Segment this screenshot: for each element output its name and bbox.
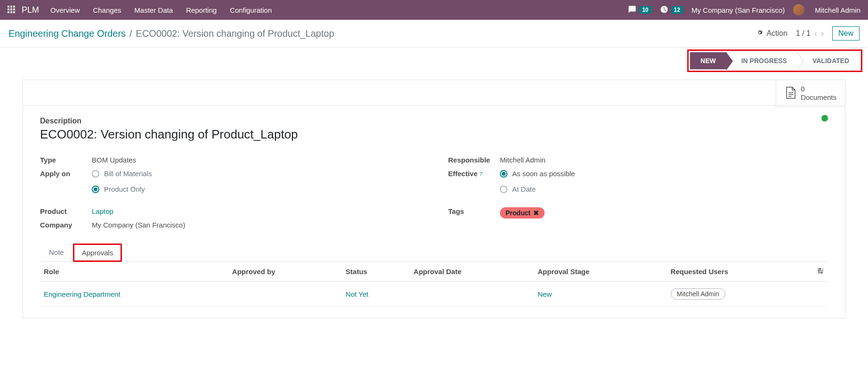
responsible-label: Responsible bbox=[448, 156, 500, 164]
effective-asap-label: As soon as possible bbox=[512, 170, 575, 178]
description-value: ECO0002: Version changing of Product_Lap… bbox=[40, 127, 828, 142]
tags-value: Product ✖ bbox=[500, 207, 545, 219]
clock-icon bbox=[660, 5, 668, 15]
help-icon[interactable]: ? bbox=[480, 171, 482, 177]
tag-remove-icon[interactable]: ✖ bbox=[533, 209, 539, 217]
statusbar: NEW IN PROGRESS VALIDATED bbox=[690, 52, 860, 70]
field-col-left: Type BOM Updates Apply on Bill of Materi… bbox=[40, 153, 420, 232]
th-approval-date: Approval Date bbox=[410, 262, 534, 282]
user-menu[interactable]: Mitchell Admin bbox=[815, 6, 860, 14]
breadcrumb-row: Engineering Change Orders / ECO0002: Ver… bbox=[0, 20, 868, 48]
radio-icon bbox=[500, 186, 507, 193]
cell-role[interactable]: Engineering Department bbox=[40, 282, 228, 307]
apply-on-bom-label: Bill of Materials bbox=[104, 170, 152, 178]
company-label: Company bbox=[40, 221, 92, 229]
th-approved-by: Approved by bbox=[228, 262, 342, 282]
documents-count: 0 bbox=[801, 85, 836, 93]
nav-overview[interactable]: Overview bbox=[50, 6, 80, 14]
th-settings[interactable] bbox=[813, 262, 828, 282]
effective-at-date[interactable]: At Date bbox=[500, 185, 575, 193]
action-menu[interactable]: Action bbox=[756, 29, 787, 38]
tag-product[interactable]: Product ✖ bbox=[500, 207, 545, 219]
nav-configuration[interactable]: Configuration bbox=[230, 6, 272, 14]
pager-prev[interactable]: ‹ bbox=[814, 29, 817, 39]
pager-text: 1 / 1 bbox=[796, 29, 811, 38]
table-row[interactable]: Engineering Department Not Yet New Mitch… bbox=[40, 282, 828, 307]
pager-next[interactable]: › bbox=[821, 29, 824, 39]
avatar[interactable] bbox=[793, 4, 804, 16]
app-name[interactable]: PLM bbox=[22, 5, 39, 15]
form-sheet: 0 Documents Description ECO0002: Version… bbox=[23, 80, 845, 318]
statusbar-highlight: NEW IN PROGRESS VALIDATED bbox=[687, 49, 862, 72]
field-effective: Effective ? As soon as possible At Date bbox=[448, 167, 828, 196]
field-grid: Type BOM Updates Apply on Bill of Materi… bbox=[40, 153, 828, 232]
tags-label: Tags bbox=[448, 207, 500, 215]
stage-in-progress[interactable]: IN PROGRESS bbox=[726, 52, 797, 69]
tabs: Note Approvals bbox=[40, 243, 828, 262]
approvals-table: Role Approved by Status Approval Date Ap… bbox=[40, 262, 828, 307]
breadcrumb-current: ECO0002: Version changing of Product_Lap… bbox=[136, 28, 334, 39]
settings-icon bbox=[817, 268, 824, 276]
company-value: My Company (San Francisco) bbox=[92, 221, 185, 229]
documents-button[interactable]: 0 Documents bbox=[776, 80, 845, 107]
nav-items: Overview Changes Master Data Reporting C… bbox=[50, 6, 628, 14]
type-label: Type bbox=[40, 156, 92, 164]
new-button[interactable]: New bbox=[832, 26, 860, 41]
nav-changes[interactable]: Changes bbox=[93, 6, 121, 14]
field-tags: Tags Product ✖ bbox=[448, 204, 828, 221]
th-role: Role bbox=[40, 262, 228, 282]
cell-requested-users: Mitchell Admin bbox=[667, 282, 813, 307]
effective-at-date-label: At Date bbox=[512, 185, 536, 193]
apply-on-product-only-label: Product Only bbox=[104, 185, 145, 193]
sheet-divider bbox=[23, 80, 845, 106]
stage-new[interactable]: NEW bbox=[690, 52, 726, 69]
sheet-body: Description ECO0002: Version changing of… bbox=[23, 106, 845, 318]
breadcrumb-parent[interactable]: Engineering Change Orders bbox=[8, 28, 126, 39]
field-type: Type BOM Updates bbox=[40, 153, 420, 167]
th-status: Status bbox=[342, 262, 410, 282]
responsible-value: Mitchell Admin bbox=[500, 156, 546, 164]
topbar: PLM Overview Changes Master Data Reporti… bbox=[0, 0, 868, 20]
apps-icon[interactable] bbox=[8, 6, 16, 14]
stage-validated[interactable]: VALIDATED bbox=[797, 52, 860, 69]
field-col-right: Responsible Mitchell Admin Effective ? A… bbox=[448, 153, 828, 232]
tag-label: Product bbox=[506, 209, 530, 217]
apply-on-bom[interactable]: Bill of Materials bbox=[92, 170, 152, 178]
tab-note[interactable]: Note bbox=[40, 243, 73, 261]
nav-reporting[interactable]: Reporting bbox=[186, 6, 217, 14]
field-product: Product Laptop bbox=[40, 204, 420, 218]
form-container: 0 Documents Description ECO0002: Version… bbox=[0, 80, 868, 318]
activities-button[interactable]: 12 bbox=[660, 5, 683, 15]
radio-icon bbox=[92, 186, 99, 193]
field-responsible: Responsible Mitchell Admin bbox=[448, 153, 828, 167]
cell-approval-stage[interactable]: New bbox=[534, 282, 667, 307]
type-value: BOM Updates bbox=[92, 156, 136, 164]
product-value[interactable]: Laptop bbox=[92, 207, 113, 215]
gear-icon bbox=[756, 29, 764, 38]
radio-icon bbox=[500, 170, 507, 178]
field-company: Company My Company (San Francisco) bbox=[40, 218, 420, 232]
messages-button[interactable]: 10 bbox=[628, 5, 651, 15]
description-label: Description bbox=[40, 117, 828, 125]
cell-settings bbox=[813, 282, 828, 307]
table-header-row: Role Approved by Status Approval Date Ap… bbox=[40, 262, 828, 282]
tabs-container: Note Approvals Role Approved by Status A… bbox=[40, 243, 828, 307]
apply-on-product-only[interactable]: Product Only bbox=[92, 185, 152, 193]
effective-radio-group: As soon as possible At Date bbox=[500, 170, 575, 193]
effective-asap[interactable]: As soon as possible bbox=[500, 170, 575, 178]
statusbar-row: NEW IN PROGRESS VALIDATED bbox=[0, 48, 868, 80]
cell-approved-by bbox=[228, 282, 342, 307]
apply-on-label: Apply on bbox=[40, 170, 92, 178]
documents-text: 0 Documents bbox=[801, 85, 836, 102]
company-switcher[interactable]: My Company (San Francisco) bbox=[691, 6, 785, 14]
breadcrumb-sep: / bbox=[129, 28, 132, 39]
cell-status[interactable]: Not Yet bbox=[342, 282, 410, 307]
nav-master-data[interactable]: Master Data bbox=[135, 6, 173, 14]
effective-label: Effective bbox=[448, 170, 478, 178]
topbar-right: 10 12 My Company (San Francisco) Mitchel… bbox=[628, 4, 860, 16]
apply-on-radio-group: Bill of Materials Product Only bbox=[92, 170, 152, 193]
radio-icon bbox=[92, 170, 99, 178]
user-chip[interactable]: Mitchell Admin bbox=[671, 288, 725, 300]
status-dot-icon[interactable] bbox=[821, 115, 828, 122]
tab-approvals[interactable]: Approvals bbox=[73, 244, 122, 262]
